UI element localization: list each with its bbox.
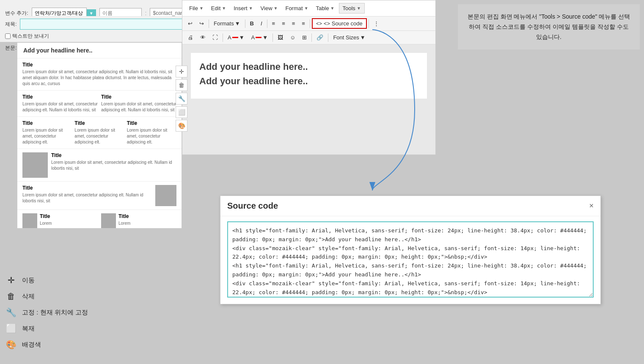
legend-item-move: ✛ 이동 — [4, 273, 88, 287]
toolbar-separator-1 — [209, 19, 209, 28]
fix-icon[interactable]: 🔧 — [176, 93, 187, 105]
editor-headline-1: Add your headline here.. — [199, 61, 418, 72]
legend-item-fix: 🔧 고정 : 현재 위치에 고정 — [4, 306, 88, 319]
template-img-section: Title Lorem ipsum dolor sit amet, consec… — [17, 149, 182, 182]
text-only-checkbox[interactable] — [5, 33, 11, 39]
bold-button[interactable]: B — [247, 19, 257, 28]
body-label: 본문: — [5, 44, 17, 52]
view-arrow-icon: ▼ — [274, 6, 278, 11]
font-sizes-arrow-icon: ▼ — [360, 34, 366, 41]
legend-move-icon: ✛ — [4, 273, 18, 287]
template-2col-left: Title Lorem — [22, 213, 98, 228]
bg-color-button[interactable]: A ▼ — [248, 33, 271, 42]
menu-format[interactable]: Format ▼ — [282, 3, 311, 13]
legend-panel: ✛ 이동 🗑 삭제 🔧 고정 : 현재 위치에 고정 ⬜ 복재 🎨 배경색 — [4, 273, 88, 351]
edit-arrow-icon: ▼ — [222, 6, 226, 11]
toolbar2-separator-4 — [328, 33, 328, 42]
legend-bgcolor-icon: 🎨 — [4, 338, 18, 351]
toolbar-separator-2 — [245, 19, 245, 28]
legend-fix-label: 고정 : 현재 위치에 고정 — [22, 309, 88, 317]
legend-item-delete: 🗑 삭제 — [4, 290, 88, 303]
template-2col-right: Title Lorem — [101, 213, 176, 228]
table-arrow-icon: ▼ — [330, 6, 335, 11]
redo-button[interactable]: ↪ — [196, 19, 207, 28]
emoticon-button[interactable]: ☺ — [287, 33, 298, 42]
align-center-button[interactable]: ≡ — [279, 19, 288, 28]
source-code-panel: Source code × <h1 style="font-family: Ar… — [220, 196, 601, 304]
template-section-3col: Title Lorem ipsum dolor sit amet, consec… — [17, 117, 182, 149]
editor-white-area[interactable]: Add your headline here.. Add your headli… — [191, 53, 427, 99]
legend-bgcolor-label: 배경색 — [22, 341, 41, 349]
variable-label: 변수 추가: — [5, 10, 28, 17]
legend-copy-label: 복재 — [22, 325, 35, 333]
text-only-checkbox-label[interactable]: 텍스트만 보내기 — [5, 33, 49, 40]
menu-file[interactable]: File ▼ — [186, 3, 207, 13]
legend-fix-icon: 🔧 — [4, 306, 18, 319]
template-2col-img-section: Title Lorem Title Lorem — [17, 210, 182, 229]
align-right-button[interactable]: ≡ — [289, 19, 298, 28]
more-button[interactable]: ⋮ — [371, 19, 382, 28]
template-text-1: Lorem ipsum dolor sit amet, consectetur … — [22, 69, 176, 87]
image-button[interactable]: 🖼 — [275, 33, 286, 42]
menu-view[interactable]: View ▼ — [257, 3, 281, 13]
tools-arrow-icon: ▼ — [357, 6, 361, 11]
source-code-header: Source code × — [220, 196, 600, 216]
instruction-panel: 본문의 편집 화면 메뉴에서 "Tools > Source code" 메뉴를… — [458, 4, 640, 50]
menu-table[interactable]: Table ▼ — [313, 3, 338, 13]
template-2col-img-left — [22, 213, 37, 228]
align-justify-button[interactable]: ≡ — [299, 19, 308, 28]
formats-button[interactable]: Formats ▼ — [211, 19, 243, 28]
toolbar-separator-4 — [310, 19, 310, 28]
editor-headline-2: Add your headline here.. — [199, 76, 418, 87]
template-col3-1: Title Lorem ipsum dolor sit amet, consec… — [22, 120, 72, 145]
legend-move-label: 이동 — [22, 276, 35, 284]
side-toolbar: ✛ 🗑 🔧 ⬜ 🎨 — [176, 66, 187, 132]
delete-icon[interactable]: 🗑 — [176, 79, 187, 91]
color-icon[interactable]: 🎨 — [176, 120, 187, 132]
move-icon[interactable]: ✛ — [176, 66, 187, 77]
undo-button[interactable]: ↩ — [185, 19, 195, 28]
source-code-button[interactable]: <> <> Source code — [312, 18, 367, 29]
italic-button[interactable]: I — [258, 19, 265, 28]
menu-edit[interactable]: Edit ▼ — [208, 3, 229, 13]
link-button[interactable]: 🔗 — [314, 33, 326, 42]
source-code-content: <h1 style="font-family: Arial, Helvetica… — [220, 216, 600, 304]
toolbar-row1: ↩ ↪ Formats ▼ B I ≡ ≡ ≡ ≡ <> <> Source c… — [182, 17, 435, 31]
toolbar-separator-3 — [267, 19, 267, 28]
template-panel-header: Add your headline here.. — [17, 43, 182, 58]
copy-icon[interactable]: ⬜ — [176, 106, 187, 118]
legend-item-copy: ⬜ 복재 — [4, 322, 88, 335]
toolbar2-separator-2 — [272, 33, 273, 42]
print-button[interactable]: 🖨 — [185, 33, 196, 42]
template-text-img-section: Title Lorem ipsum dolor sit amet, consec… — [17, 182, 182, 210]
fullscreen-button[interactable]: ⛶ — [209, 33, 221, 42]
source-code-icon: <> — [316, 21, 322, 27]
template-2col-img-right — [101, 213, 116, 228]
template-img-text: Title Lorem ipsum dolor sit amet, consec… — [51, 152, 176, 171]
source-code-textarea[interactable]: <h1 style="font-family: Arial, Helvetica… — [227, 221, 594, 298]
menu-insert[interactable]: Insert ▼ — [230, 3, 256, 13]
template-footer-text: Title Lorem ipsum dolor sit amet, consec… — [22, 185, 152, 204]
template-col-2: Title Lorem ipsum dolor sit amet, consec… — [101, 94, 176, 113]
toolbar2-separator-3 — [311, 33, 312, 42]
toolbar-separator-5 — [369, 19, 369, 28]
instruction-text: 본문의 편집 화면 메뉴에서 "Tools > Source code" 메뉴를… — [466, 12, 631, 42]
font-color-button[interactable]: A ▼ — [225, 33, 248, 42]
formats-arrow-icon: ▼ — [235, 20, 240, 27]
contact-dropdown-value: 연락처/가망고객/대상 — [35, 10, 83, 17]
preview-button[interactable]: 👁 — [197, 33, 209, 42]
align-left-button[interactable]: ≡ — [269, 19, 278, 28]
template-image — [22, 152, 48, 178]
table-button[interactable]: ⊞ — [299, 33, 310, 42]
source-code-close-button[interactable]: × — [589, 201, 594, 210]
template-section-2col: Title Lorem ipsum dolor sit amet, consec… — [17, 91, 182, 117]
template-footer-image — [155, 185, 176, 206]
toolbar2-separator-1 — [223, 33, 223, 42]
template-col3-2: Title Lorem ipsum dolor sit amet, consec… — [74, 120, 124, 145]
menu-tools[interactable]: Tools ▼ — [339, 3, 365, 14]
template-panel: Add your headline here.. Title Lorem ips… — [17, 42, 182, 229]
format-arrow-icon: ▼ — [304, 6, 308, 11]
font-sizes-button[interactable]: Font Sizes ▼ — [330, 33, 368, 42]
template-title-1: Title — [22, 62, 176, 68]
template-col3-3: Title Lorem ipsum dolor sit amet, consec… — [127, 120, 176, 145]
